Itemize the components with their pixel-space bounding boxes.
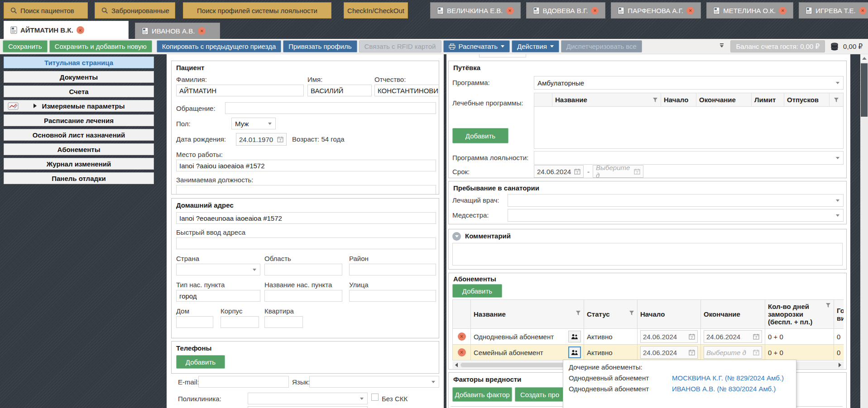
street-field[interactable] (349, 290, 436, 302)
tab-patient-vdoveva[interactable]: ВДОВЕВА В.Г. × (526, 2, 606, 19)
tab-checkin-checkout[interactable]: CheckIn/CheckOut (344, 2, 408, 19)
no-skk-checkbox[interactable] (371, 394, 379, 401)
close-tab-icon[interactable]: × (779, 7, 786, 14)
filter-icon[interactable] (575, 310, 581, 316)
close-tab-icon[interactable]: × (686, 7, 694, 14)
doctor-select[interactable] (508, 194, 844, 207)
filter-icon[interactable] (825, 303, 831, 308)
col-start[interactable]: Начало (638, 300, 701, 329)
col-name[interactable]: Название (471, 300, 584, 329)
tab-patient-search[interactable]: Поиск пациентов (4, 2, 88, 19)
treatment-col-vacations[interactable]: Отпусков (784, 93, 830, 106)
child-subscription-link[interactable]: ИВАНОВ А.В. (№ 830/2024 Амб.) (672, 385, 776, 393)
treatment-col-limit[interactable]: Лимит (752, 93, 784, 106)
child-subscription-link[interactable]: МОСКВИНА К.Г. (№ 829/2024 Амб.) (672, 374, 784, 382)
position-field[interactable] (176, 185, 436, 195)
period-start-field[interactable]: 24.06.2024 7 (534, 165, 584, 178)
save-and-add-button[interactable]: Сохранить и добавить новую (49, 40, 152, 52)
language-select[interactable] (309, 376, 439, 388)
country-select[interactable] (176, 264, 260, 275)
close-tab-icon[interactable]: × (198, 27, 206, 35)
nurse-select[interactable] (508, 209, 844, 222)
filter-icon[interactable] (652, 97, 658, 103)
tab-patient-aytmatin-active[interactable]: АЙТМАТИН В.К. × (4, 21, 129, 39)
expand-triangle-icon[interactable] (34, 104, 39, 108)
treatment-col-start[interactable]: Начало (661, 93, 696, 106)
filter-icon[interactable] (834, 97, 839, 103)
gender-select[interactable]: Муж (231, 118, 276, 129)
name-field[interactable] (307, 85, 372, 96)
subscription-start-date[interactable]: 24.06.20247 (640, 346, 698, 359)
treatment-col-name[interactable]: Название (552, 93, 661, 106)
patronymic-field[interactable] (374, 85, 439, 96)
add-phone-button[interactable]: Добавить (176, 355, 225, 369)
vscroll-thumb[interactable] (861, 63, 868, 117)
sidebar-item-subscriptions[interactable]: Абонементы (4, 143, 154, 155)
vertical-scrollbar[interactable] (860, 54, 868, 408)
settlement-type-field[interactable] (176, 290, 260, 302)
sidebar-item-treatment-schedule[interactable]: Расписание лечения (4, 114, 154, 126)
sidebar-item-measured-parameters[interactable]: Измеряемые параметры (4, 100, 154, 112)
email-field[interactable] (198, 376, 289, 388)
tab-loyalty-search[interactable]: Поиск профилей системы лояльности (183, 2, 331, 19)
sidebar-item-title-page[interactable]: Титульная страница (4, 57, 154, 68)
scroll-up-arrow[interactable] (860, 54, 868, 62)
subscription-end-date[interactable]: 24.06.20247 (704, 330, 762, 343)
add-subscription-button[interactable]: Добавить (452, 284, 502, 298)
scroll-right-arrow[interactable] (836, 361, 844, 369)
add-hazard-factor-button[interactable]: Добавить фактор (452, 387, 512, 402)
tab-booked[interactable]: Забронированные (95, 2, 175, 19)
loyalty-program-select[interactable] (534, 151, 844, 165)
sidebar-item-invoices[interactable]: Счета (4, 85, 154, 97)
actions-button[interactable]: Действия (512, 40, 559, 52)
building-field[interactable] (221, 316, 259, 328)
tab-patient-parfenova[interactable]: ПАРФЕНОВА А.Г. × (611, 2, 701, 19)
print-button[interactable]: Распечатать (443, 40, 510, 52)
comment-textarea[interactable] (452, 243, 843, 266)
child-subscriptions-button[interactable] (568, 346, 581, 358)
col-guest-visits[interactable]: Гост виз (834, 300, 844, 329)
tab-patient-metelina[interactable]: МЕТЕЛИНА О.К. × (706, 2, 793, 19)
col-freeze-days[interactable]: Кол-во дней заморозки (беспл. + пл.) (765, 300, 834, 329)
quick-address-field[interactable] (176, 237, 436, 249)
copy-previous-visit-button[interactable]: Копировать с предыдущего приезда (157, 40, 282, 52)
close-tab-icon[interactable]: × (506, 7, 514, 14)
bind-profile-button[interactable]: Привязать профиль (283, 40, 357, 52)
settlement-name-field[interactable] (264, 290, 342, 302)
treatment-col-end[interactable]: Окончание (696, 93, 752, 106)
child-subscriptions-button[interactable] (568, 331, 581, 342)
tab-patient-ivanov[interactable]: ИВАНОВ А.В. × (135, 23, 220, 39)
delete-icon[interactable]: × (458, 348, 466, 356)
close-tab-icon[interactable]: × (859, 7, 867, 14)
save-button[interactable]: Сохранить (3, 40, 48, 52)
clinic-select[interactable] (248, 393, 368, 404)
district-field[interactable] (349, 264, 436, 275)
workplace-field[interactable] (176, 160, 436, 171)
address-field[interactable] (176, 212, 436, 224)
salutation-field[interactable] (225, 102, 436, 114)
sidebar-item-main-prescription-sheet[interactable]: Основной лист назначений (4, 129, 154, 141)
tab-patient-velichkina[interactable]: ВЕЛИЧКИНА Е.В. × (430, 2, 521, 19)
col-end[interactable]: Окончание (701, 300, 765, 329)
apartment-field[interactable] (264, 316, 303, 328)
clipped-bottom-field[interactable] (248, 406, 368, 408)
toolbar-overflow-chevron-icon[interactable] (719, 43, 725, 49)
period-end-field[interactable]: Выберите д 7 (593, 165, 643, 178)
delete-icon[interactable]: × (458, 332, 466, 341)
sidebar-item-change-log[interactable]: Журнал изменений (4, 158, 154, 170)
collapse-icon[interactable] (452, 232, 461, 241)
sidebar-item-documents[interactable]: Документы (4, 71, 154, 83)
program-select[interactable]: Амбулаторные (534, 76, 844, 90)
sidebar-item-debug-panel[interactable]: Панель отладки (4, 172, 154, 184)
col-status[interactable]: Статус (584, 300, 638, 329)
filter-icon[interactable] (629, 310, 634, 316)
region-field[interactable] (264, 264, 342, 275)
birthdate-field[interactable]: 24.01.1970 7 (236, 133, 287, 146)
surname-field[interactable] (176, 85, 304, 96)
subscription-end-date[interactable]: Выберите д7 (704, 346, 762, 359)
scroll-left-arrow[interactable] (452, 361, 460, 369)
house-field[interactable] (176, 316, 213, 328)
tab-patient-igreva[interactable]: ИГРЕВА Т.Е. × (799, 2, 868, 19)
subscription-start-date[interactable]: 24.06.20247 (640, 330, 698, 343)
add-treatment-program-button[interactable]: Добавить (452, 128, 508, 143)
